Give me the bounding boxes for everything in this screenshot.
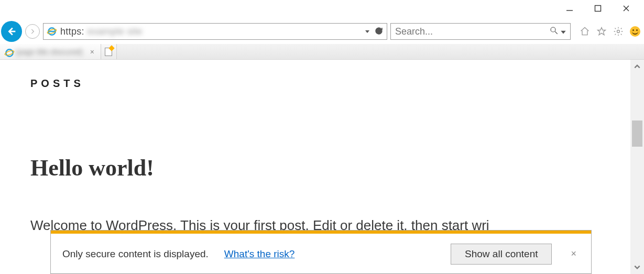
active-tab[interactable]: (page title obscured) ×	[0, 44, 101, 59]
scroll-down-button[interactable]	[630, 260, 644, 274]
back-button[interactable]	[1, 21, 22, 42]
section-label: POSTS	[30, 78, 600, 90]
tab-close-button[interactable]: ×	[88, 48, 96, 56]
svg-marker-7	[366, 30, 369, 32]
infobar-message: Only secure content is displayed.	[62, 248, 209, 260]
svg-point-8	[551, 27, 555, 32]
tab-title: (page title obscured)	[16, 48, 83, 56]
home-icon[interactable]	[579, 26, 591, 37]
refresh-button[interactable]	[374, 26, 384, 37]
address-bar[interactable]: https: example site	[43, 23, 387, 40]
svg-marker-10	[562, 31, 565, 33]
tools-gear-icon[interactable]	[613, 26, 624, 37]
svg-marker-11	[598, 28, 606, 35]
svg-rect-1	[595, 6, 601, 12]
show-all-content-button[interactable]: Show all content	[451, 244, 552, 265]
post-title[interactable]: Hello world!	[30, 155, 600, 181]
ie-logo-icon	[47, 26, 57, 37]
vertical-scrollbar[interactable]	[630, 60, 644, 274]
url-host-blurred: example site	[88, 26, 143, 37]
maximize-button[interactable]	[593, 3, 603, 14]
search-dropdown-icon[interactable]	[561, 26, 566, 37]
scroll-up-button[interactable]	[630, 60, 644, 73]
svg-point-12	[617, 30, 620, 33]
feedback-smiley-icon[interactable]	[629, 26, 641, 37]
new-tab-button[interactable]	[101, 44, 117, 59]
search-icon[interactable]	[549, 26, 559, 38]
search-bar[interactable]	[390, 23, 571, 40]
mixed-content-infobar: Only secure content is displayed. What's…	[50, 230, 592, 274]
forward-button[interactable]	[25, 24, 40, 39]
infobar-risk-link[interactable]: What's the risk?	[224, 248, 295, 260]
scrollbar-thumb[interactable]	[632, 120, 642, 147]
svg-point-14	[4, 49, 15, 56]
new-tab-icon	[105, 48, 112, 56]
minimize-button[interactable]	[564, 3, 575, 14]
close-window-button[interactable]	[621, 3, 631, 14]
favorites-star-icon[interactable]	[596, 26, 607, 37]
svg-line-9	[555, 31, 558, 34]
browser-toolbar: https: example site	[0, 21, 644, 42]
address-dropdown-icon[interactable]	[365, 27, 370, 36]
tab-strip: (page title obscured) ×	[0, 44, 644, 60]
infobar-dismiss-button[interactable]: ×	[567, 248, 580, 259]
search-input[interactable]	[395, 26, 545, 37]
tab-favicon-icon	[4, 48, 13, 56]
url-scheme: https:	[60, 26, 84, 37]
